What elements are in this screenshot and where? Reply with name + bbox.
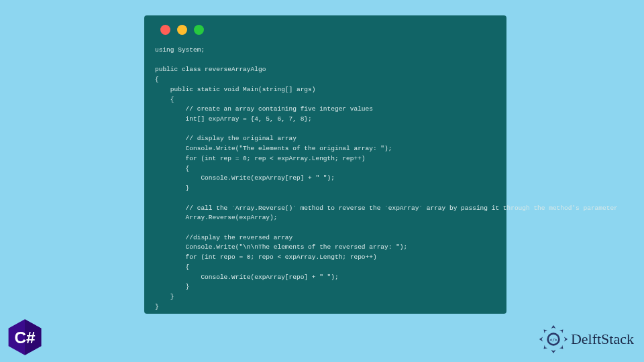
window-controls bbox=[160, 25, 496, 35]
svg-marker-7 bbox=[559, 329, 564, 333]
svg-marker-5 bbox=[564, 337, 568, 341]
svg-marker-6 bbox=[543, 329, 547, 333]
code-content: using System; public class reverseArrayA… bbox=[155, 46, 496, 312]
svg-text:</>: </> bbox=[549, 337, 557, 342]
delftstack-logo-icon: </> bbox=[539, 324, 568, 354]
code-window: using System; public class reverseArrayA… bbox=[144, 15, 506, 314]
brand-name: DelftStack bbox=[571, 330, 634, 348]
svg-marker-2 bbox=[551, 325, 555, 328]
close-icon bbox=[160, 25, 170, 35]
svg-marker-3 bbox=[551, 350, 555, 353]
minimize-icon bbox=[177, 25, 187, 35]
svg-marker-4 bbox=[539, 337, 543, 341]
svg-marker-8 bbox=[543, 345, 547, 349]
csharp-logo-icon: C# bbox=[5, 318, 44, 357]
csharp-label: C# bbox=[14, 328, 36, 347]
delftstack-brand: </> DelftStack bbox=[539, 324, 634, 354]
svg-marker-9 bbox=[559, 345, 564, 349]
maximize-icon bbox=[194, 25, 204, 35]
